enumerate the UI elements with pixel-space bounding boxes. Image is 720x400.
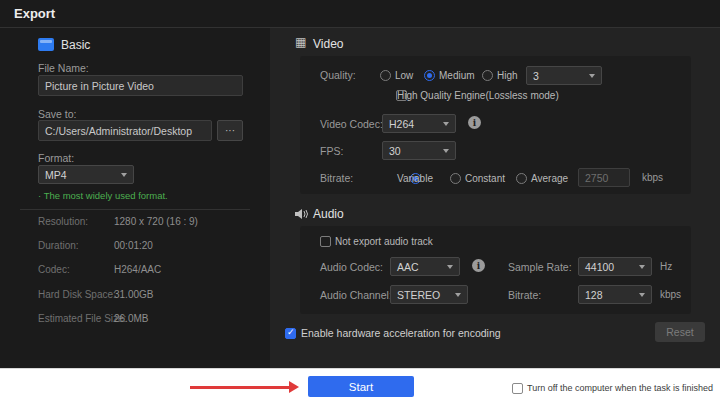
bitrate-value-input[interactable]: [578, 168, 630, 187]
audio-section-title: Audio: [313, 207, 344, 221]
format-note: · The most widely used format.: [38, 190, 168, 201]
chevron-down-icon: [447, 265, 453, 269]
settings-area: Video Quality: Low Medium High 3 High Qu…: [270, 28, 720, 368]
title-bar: Export: [0, 0, 720, 28]
audio-channel-dropdown[interactable]: STEREO: [390, 285, 468, 304]
save-path-input[interactable]: [38, 120, 212, 141]
file-name-input[interactable]: [38, 75, 243, 96]
quality-high-label[interactable]: High: [497, 70, 518, 81]
disk-space-label: Hard Disk Space:: [38, 289, 116, 300]
fps-dropdown[interactable]: 30: [382, 141, 456, 160]
chevron-down-icon: [639, 265, 645, 269]
codec-value: H264/AAC: [114, 264, 161, 275]
chevron-down-icon: [639, 293, 645, 297]
quality-medium-radio[interactable]: [424, 70, 435, 81]
video-codec-info-icon[interactable]: [468, 116, 481, 129]
video-codec-value: H264: [389, 118, 414, 130]
not-export-audio-checkbox[interactable]: [320, 236, 331, 247]
reset-button[interactable]: Reset: [655, 322, 705, 342]
sample-rate-value: 44100: [585, 261, 614, 273]
audio-bitrate-dropdown[interactable]: 128: [578, 285, 652, 304]
sample-rate-label: Sample Rate:: [508, 261, 572, 273]
video-codec-dropdown[interactable]: H264: [382, 114, 456, 133]
arrow-pointer-line: [190, 386, 290, 389]
footer-bar: Start Turn off the computer when the tas…: [0, 368, 720, 400]
basic-icon: [38, 38, 54, 51]
audio-codec-value: AAC: [397, 261, 419, 273]
fps-label: FPS:: [320, 145, 343, 157]
audio-codec-label: Audio Codec:: [320, 261, 383, 273]
basic-divider: [20, 209, 250, 210]
audio-codec-dropdown[interactable]: AAC: [390, 257, 460, 276]
quality-level-value: 3: [533, 70, 539, 82]
chevron-down-icon: [455, 293, 461, 297]
shutdown-label[interactable]: Turn off the computer when the task is f…: [527, 383, 713, 393]
not-export-audio-label[interactable]: Not export audio track: [335, 236, 433, 247]
duration-value: 00:01:20: [114, 240, 153, 251]
sample-rate-unit: Hz: [660, 261, 672, 272]
audio-channel-value: STEREO: [397, 289, 440, 301]
basic-section-title: Basic: [61, 38, 90, 52]
hardware-accel-checkbox[interactable]: [285, 328, 296, 339]
audio-bitrate-unit: kbps: [660, 289, 681, 300]
hardware-accel-label[interactable]: Enable hardware acceleration for encodin…: [301, 327, 501, 339]
start-button[interactable]: Start: [308, 376, 414, 397]
video-panel: Quality: Low Medium High 3 High Quality …: [300, 56, 691, 194]
audio-bitrate-value: 128: [585, 289, 603, 301]
video-icon: [295, 35, 306, 49]
audio-channel-label: Audio Channel:: [320, 289, 392, 301]
chevron-down-icon: [443, 122, 449, 126]
quality-low-label[interactable]: Low: [395, 70, 413, 81]
audio-icon: [295, 208, 309, 222]
arrow-pointer-head: [289, 381, 299, 393]
audio-codec-info-icon[interactable]: [472, 259, 485, 272]
quality-medium-label[interactable]: Medium: [439, 70, 475, 81]
chevron-down-icon: [121, 173, 127, 177]
browse-button[interactable]: ···: [217, 120, 243, 141]
codec-label: Codec:: [38, 264, 70, 275]
file-size-value: 26.0MB: [114, 313, 148, 324]
video-bitrate-label: Bitrate:: [320, 172, 353, 184]
video-codec-label: Video Codec:: [320, 118, 383, 130]
quality-high-radio[interactable]: [482, 70, 493, 81]
chevron-down-icon: [589, 74, 595, 78]
dialog-title: Export: [14, 6, 55, 21]
format-value: MP4: [45, 169, 67, 181]
quality-low-radio[interactable]: [380, 70, 391, 81]
hq-engine-label[interactable]: High Quality Engine(Lossless mode): [397, 90, 559, 101]
sample-rate-dropdown[interactable]: 44100: [578, 257, 652, 276]
bitrate-average-radio[interactable]: [516, 173, 527, 184]
bitrate-constant-label[interactable]: Constant: [465, 173, 505, 184]
file-name-label: File Name:: [38, 62, 89, 74]
fps-value: 30: [389, 145, 401, 157]
video-section-title: Video: [313, 37, 343, 51]
save-to-label: Save to:: [38, 108, 77, 120]
quality-level-dropdown[interactable]: 3: [526, 66, 602, 85]
resolution-label: Resolution:: [38, 216, 88, 227]
audio-bitrate-label: Bitrate:: [508, 289, 541, 301]
duration-label: Duration:: [38, 240, 79, 251]
format-dropdown[interactable]: MP4: [38, 165, 134, 184]
format-label: Format:: [38, 152, 74, 164]
shutdown-checkbox[interactable]: [512, 383, 523, 394]
bitrate-variable-label[interactable]: Variable: [397, 173, 433, 184]
chevron-down-icon: [443, 149, 449, 153]
resolution-value: 1280 x 720 (16 : 9): [114, 216, 198, 227]
bitrate-constant-radio[interactable]: [450, 173, 461, 184]
disk-space-value: 31.00GB: [114, 289, 153, 300]
audio-panel: Not export audio track Audio Codec: AAC …: [300, 226, 691, 314]
bitrate-unit: kbps: [642, 172, 663, 183]
bitrate-average-label[interactable]: Average: [531, 173, 568, 184]
quality-label: Quality:: [320, 69, 356, 81]
